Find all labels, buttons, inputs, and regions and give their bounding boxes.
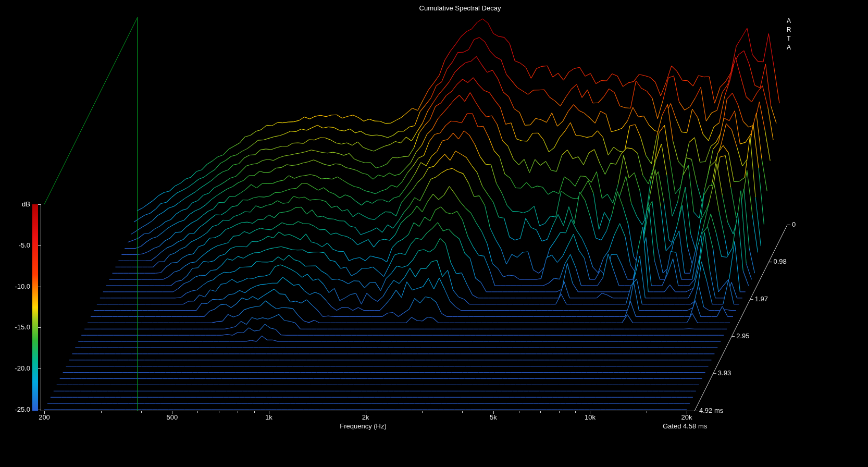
time-tick-label: 3.93 bbox=[718, 369, 731, 377]
waterfall-plot-canvas bbox=[0, 0, 868, 467]
csd-chart-window: Cumulative Spectral Decay Frequency (Hz)… bbox=[0, 0, 868, 467]
time-tick-label: 4.92 ms bbox=[699, 407, 723, 414]
db-tick-label: -5.0 bbox=[19, 241, 30, 249]
arta-logo: ARTA bbox=[785, 17, 792, 53]
freq-tick-label: 5k bbox=[490, 413, 497, 421]
time-tick-label: 0.98 bbox=[774, 257, 787, 265]
time-tick-label: 1.97 bbox=[755, 295, 768, 303]
db-tick-label: -25.0 bbox=[15, 405, 30, 413]
db-axis-label: dB bbox=[22, 200, 30, 208]
chart-title: Cumulative Spectral Decay bbox=[419, 4, 501, 12]
freq-tick-label: 10k bbox=[585, 413, 596, 421]
freq-tick-label: 2k bbox=[362, 413, 369, 421]
db-tick-label: -20.0 bbox=[15, 364, 30, 372]
freq-tick-label: 20k bbox=[681, 413, 692, 421]
time-tick-label: 2.95 bbox=[736, 332, 749, 340]
freq-tick-label: 1k bbox=[265, 413, 272, 421]
time-tick-label: 0 bbox=[792, 220, 796, 228]
db-tick-label: -15.0 bbox=[15, 323, 30, 331]
db-tick-label: -10.0 bbox=[15, 282, 30, 290]
freq-tick-label: 500 bbox=[166, 413, 178, 421]
gate-info-label: Gated 4.58 ms bbox=[663, 422, 707, 430]
freq-axis-label: Frequency (Hz) bbox=[340, 422, 387, 430]
freq-tick-label: 200 bbox=[39, 413, 50, 421]
